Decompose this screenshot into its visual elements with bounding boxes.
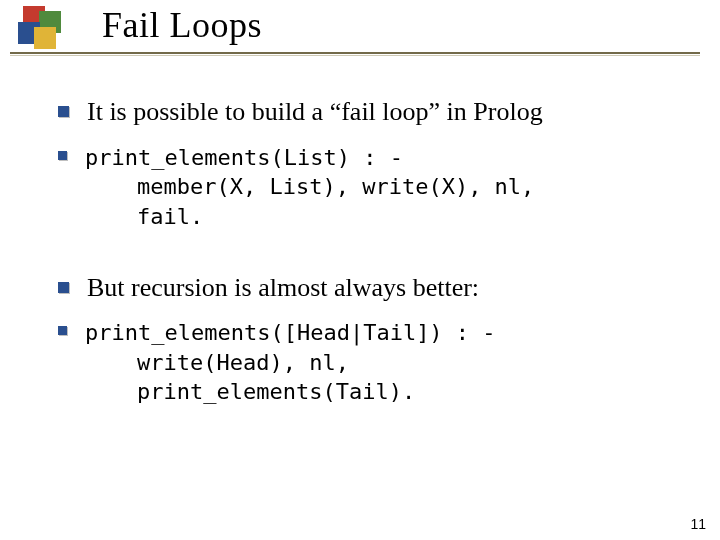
header-rule-shadow <box>10 55 700 56</box>
code-block: print_elements([Head|Tail]) : - write(He… <box>85 318 496 407</box>
bullet-text: It is possible to build a “fail loop” in… <box>87 96 543 129</box>
list-item: But recursion is almost always better: <box>58 272 680 305</box>
slide-header: Fail Loops <box>0 0 720 56</box>
code-line: print_elements(Tail). <box>137 377 496 407</box>
bullet-text: But recursion is almost always better: <box>87 272 479 305</box>
logo-square-yellow <box>34 27 56 49</box>
slide-title: Fail Loops <box>102 4 262 46</box>
code-line: member(X, List), write(X), nl, <box>137 172 534 202</box>
bullet-icon <box>58 151 67 160</box>
code-line: print_elements(List) : - <box>85 143 534 173</box>
list-item: It is possible to build a “fail loop” in… <box>58 96 680 129</box>
spacer <box>58 246 680 272</box>
slide: Fail Loops It is possible to build a “fa… <box>0 0 720 540</box>
code-line: print_elements([Head|Tail]) : - <box>85 318 496 348</box>
bullet-icon <box>58 282 69 293</box>
bullet-icon <box>58 106 69 117</box>
code-block: print_elements(List) : - member(X, List)… <box>85 143 534 232</box>
logo-icon <box>18 6 82 50</box>
page-number: 11 <box>690 516 706 532</box>
bullet-icon <box>58 326 67 335</box>
list-item: print_elements([Head|Tail]) : - write(He… <box>58 318 680 407</box>
list-item: print_elements(List) : - member(X, List)… <box>58 143 680 232</box>
code-line: write(Head), nl, <box>137 348 496 378</box>
code-line: fail. <box>137 202 534 232</box>
header-rule <box>10 52 700 54</box>
slide-body: It is possible to build a “fail loop” in… <box>58 96 680 421</box>
